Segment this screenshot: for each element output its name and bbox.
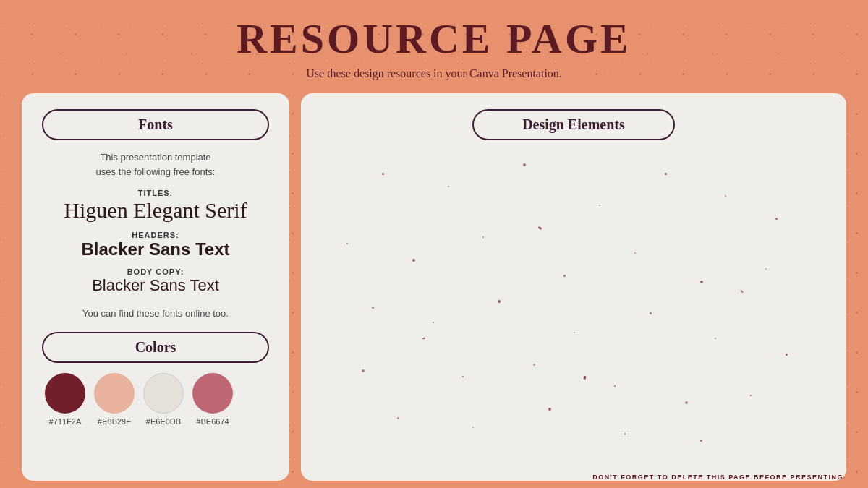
fonts-note: You can find these fonts online too.: [42, 308, 269, 319]
font-entry-body: BODY COPY: Blacker Sans Text: [42, 267, 269, 295]
page-title: RESOURCE PAGE: [237, 14, 631, 63]
font-entry-headers: HEADERS: Blacker Sans Text: [42, 231, 269, 260]
fonts-intro-text: This presentation templateuses the follo…: [42, 150, 269, 179]
color-swatches: #711F2A #E8B29F #E6E0DB #BE6674: [42, 373, 269, 426]
right-panel: Design Elements: [301, 93, 846, 481]
colors-section: Colors #711F2A #E8B29F #E6E0DB: [42, 332, 269, 426]
color-hex-1: #711F2A: [49, 417, 82, 426]
color-hex-4: #BE6674: [196, 417, 229, 426]
color-circle-1: [45, 373, 85, 414]
main-content: Fonts This presentation templateuses the…: [22, 93, 846, 481]
color-circle-4: [192, 373, 233, 414]
fonts-section-header: Fonts: [42, 109, 269, 140]
font-label-titles: TITLES:: [42, 189, 269, 197]
font-label-headers: HEADERS:: [42, 231, 269, 239]
color-circle-3: [143, 373, 184, 414]
color-hex-2: #E8B29F: [98, 417, 131, 426]
font-name-headers: Blacker Sans Text: [42, 239, 269, 260]
footer-note: DON'T FORGET TO DELETE THIS PAGE BEFORE …: [592, 474, 846, 481]
page-container: RESOURCE PAGE Use these design resources…: [0, 0, 868, 488]
font-name-body: Blacker Sans Text: [42, 276, 269, 295]
colors-section-header: Colors: [42, 332, 269, 363]
color-circle-2: [94, 373, 135, 414]
design-elements-header: Design Elements: [472, 109, 675, 140]
swatch-1: #711F2A: [45, 373, 85, 426]
font-name-titles: Higuen Elegant Serif: [42, 197, 269, 223]
page-subtitle: Use these design resources in your Canva…: [306, 67, 562, 80]
color-hex-3: #E6E0DB: [146, 417, 181, 426]
swatch-3: #E6E0DB: [143, 373, 184, 426]
swatch-2: #E8B29F: [94, 373, 135, 426]
design-elements-area: [321, 147, 826, 465]
swatch-4: #BE6674: [192, 373, 233, 426]
font-label-body: BODY COPY:: [42, 267, 269, 276]
font-entry-titles: TITLES: Higuen Elegant Serif: [42, 189, 269, 223]
left-panel: Fonts This presentation templateuses the…: [22, 93, 289, 481]
